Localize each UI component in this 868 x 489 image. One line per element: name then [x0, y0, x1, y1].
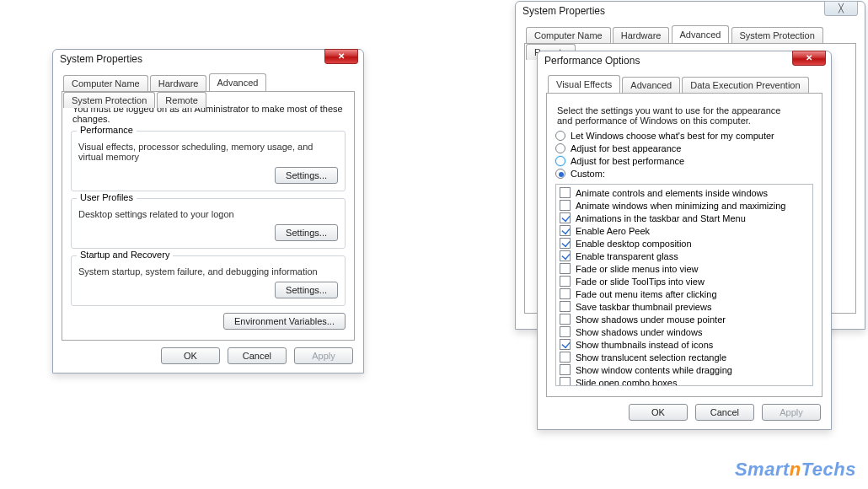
apply-button[interactable]: Apply: [762, 404, 821, 421]
logo-part2: n: [790, 459, 801, 480]
list-item[interactable]: Fade or slide ToolTips into view: [560, 275, 809, 287]
list-item[interactable]: Fade out menu items after clicking: [560, 287, 809, 300]
list-item[interactable]: Slide open combo boxes: [560, 376, 809, 386]
radio-label: Adjust for best appearance: [571, 143, 681, 153]
list-item[interactable]: Show thumbnails instead of icons: [560, 338, 809, 351]
startup-recovery-group: Startup and Recovery System startup, sys…: [71, 255, 346, 306]
tabstrip: Computer Name Hardware Advanced System P…: [62, 73, 355, 92]
tab-system-protection[interactable]: System Protection: [731, 27, 823, 43]
checkbox-icon: [560, 364, 571, 375]
tab-remote[interactable]: Remote: [157, 92, 206, 108]
tab-computer-name[interactable]: Computer Name: [63, 75, 148, 91]
checkbox-label: Animations in the taskbar and Start Menu: [576, 213, 746, 223]
checkbox-icon: [560, 225, 571, 236]
visual-effects-list[interactable]: Animate controls and elements inside win…: [555, 184, 813, 386]
checkbox-label: Enable Aero Peek: [576, 226, 650, 236]
list-item[interactable]: Enable transparent glass: [560, 250, 809, 262]
radio-label: Custom:: [571, 169, 605, 179]
tab-system-protection[interactable]: System Protection: [63, 92, 155, 108]
checkbox-label: Show shadows under mouse pointer: [576, 314, 726, 325]
radio-option[interactable]: Let Windows choose what's best for my co…: [555, 131, 813, 141]
checkbox-label: Show window contents while dragging: [576, 365, 732, 375]
close-icon: ✕: [806, 53, 812, 62]
performance-group: Performance Visual effects, processor sc…: [71, 131, 346, 191]
list-item[interactable]: Show window contents while dragging: [560, 363, 809, 376]
checkbox-label: Show translucent selection rectangle: [576, 352, 726, 363]
checkbox-label: Fade or slide menus into view: [576, 264, 699, 274]
checkbox-icon: [560, 352, 571, 363]
watermark-logo: SmartnTechs: [735, 459, 856, 481]
close-button[interactable]: ✕: [792, 51, 826, 66]
list-item[interactable]: Show translucent selection rectangle: [560, 351, 809, 363]
titlebar[interactable]: System Properties ╳: [516, 2, 865, 22]
list-item[interactable]: Show shadows under mouse pointer: [560, 313, 809, 325]
tab-hardware[interactable]: Hardware: [613, 27, 670, 43]
tab-hardware[interactable]: Hardware: [150, 75, 207, 91]
startup-recovery-legend: Startup and Recovery: [77, 250, 173, 260]
tabstrip: Computer Name Hardware Advanced System P…: [524, 25, 856, 44]
dialog-buttons: OK Cancel Apply: [62, 341, 355, 364]
cancel-button[interactable]: Cancel: [228, 347, 287, 364]
checkbox-icon: [560, 238, 571, 249]
radio-label: Let Windows choose what's best for my co…: [571, 131, 774, 141]
close-icon: ✕: [338, 51, 345, 61]
radio-icon: [555, 156, 565, 166]
list-item[interactable]: Animate windows when minimizing and maxi…: [560, 199, 809, 212]
list-item[interactable]: Enable desktop composition: [560, 237, 809, 250]
checkbox-label: Animate windows when minimizing and maxi…: [576, 201, 785, 211]
checkbox-label: Animate controls and elements inside win…: [576, 188, 768, 198]
radio-icon: [555, 143, 565, 153]
list-item[interactable]: Animations in the taskbar and Start Menu: [560, 212, 809, 224]
checkbox-label: Slide open combo boxes: [576, 378, 677, 387]
dialog-buttons: OK Cancel Apply: [546, 397, 822, 421]
checkbox-label: Save taskbar thumbnail previews: [576, 302, 711, 312]
window-title: Performance Options: [544, 55, 640, 67]
checkbox-icon: [560, 314, 571, 325]
list-item[interactable]: Enable Aero Peek: [560, 224, 809, 237]
tab-computer-name[interactable]: Computer Name: [526, 27, 611, 43]
checkbox-icon: [560, 288, 571, 299]
tab-advanced[interactable]: Advanced: [672, 25, 730, 43]
radio-option[interactable]: Adjust for best performance: [555, 156, 813, 166]
user-profiles-settings-button[interactable]: Settings...: [275, 224, 338, 241]
close-button[interactable]: ╳: [824, 1, 858, 16]
checkbox-label: Enable desktop composition: [576, 239, 692, 249]
tab-visual-effects[interactable]: Visual Effects: [548, 75, 620, 93]
radio-option[interactable]: Adjust for best appearance: [555, 143, 813, 153]
list-item[interactable]: Animate controls and elements inside win…: [560, 186, 809, 199]
logo-part3: Techs: [801, 459, 856, 480]
tab-dep[interactable]: Data Execution Prevention: [682, 77, 808, 93]
window-title: System Properties: [522, 5, 605, 17]
startup-recovery-settings-button[interactable]: Settings...: [275, 282, 338, 298]
ok-button[interactable]: OK: [629, 404, 688, 421]
cancel-button[interactable]: Cancel: [695, 404, 754, 421]
list-item[interactable]: Save taskbar thumbnail previews: [560, 300, 809, 313]
checkbox-icon: [560, 326, 571, 337]
radio-icon: [555, 169, 565, 179]
checkbox-icon: [560, 276, 571, 287]
checkbox-label: Show shadows under windows: [576, 327, 702, 337]
checkbox-icon: [560, 263, 571, 274]
tab-advanced[interactable]: Advanced: [209, 73, 267, 91]
titlebar[interactable]: System Properties ✕: [53, 50, 363, 70]
ok-button[interactable]: OK: [161, 347, 220, 364]
titlebar[interactable]: Performance Options ✕: [538, 51, 831, 72]
list-item[interactable]: Fade or slide menus into view: [560, 262, 809, 275]
apply-button[interactable]: Apply: [294, 347, 353, 364]
visual-effects-intro: Select the settings you want to use for …: [557, 105, 793, 126]
tab-advanced[interactable]: Advanced: [622, 77, 680, 93]
radio-option[interactable]: Custom:: [555, 169, 813, 179]
tab-content-visual-effects: Select the settings you want to use for …: [546, 94, 822, 397]
logo-part1: Smart: [735, 459, 790, 480]
radio-label: Adjust for best performance: [571, 156, 684, 166]
environment-variables-button[interactable]: Environment Variables...: [223, 313, 346, 330]
checkbox-icon: [560, 212, 571, 223]
list-item[interactable]: Show shadows under windows: [560, 325, 809, 338]
checkbox-label: Fade or slide ToolTips into view: [576, 277, 705, 287]
checkbox-icon: [560, 250, 571, 261]
close-button[interactable]: ✕: [324, 49, 358, 64]
performance-settings-button[interactable]: Settings...: [275, 167, 338, 184]
checkbox-icon: [560, 187, 571, 198]
visual-effects-radios: Let Windows choose what's best for my co…: [555, 131, 813, 179]
system-properties-window: System Properties ✕ Computer Name Hardwa…: [52, 49, 364, 373]
